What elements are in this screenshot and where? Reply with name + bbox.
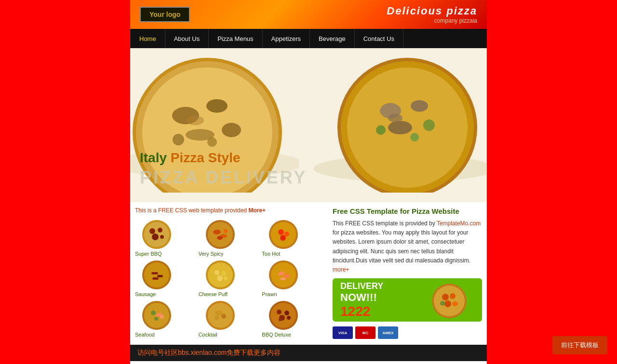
hero-pizza-right xyxy=(304,48,487,195)
svg-point-9 xyxy=(207,137,217,147)
svg-point-25 xyxy=(158,228,162,233)
svg-point-40 xyxy=(144,262,169,287)
pizza-item-cheese-puff[interactable]: Cheese Puff xyxy=(199,259,260,297)
more-link[interactable]: More+ xyxy=(248,207,266,214)
download-button[interactable]: 前往下载模板 xyxy=(552,336,607,354)
pizza-thumb-seafood xyxy=(135,299,178,331)
nav-beverage[interactable]: Beverage xyxy=(310,29,355,48)
nav-appetizers[interactable]: Appetizers xyxy=(263,29,310,48)
svg-point-60 xyxy=(160,315,164,319)
svg-point-10 xyxy=(187,116,204,125)
delivery-line3: 1222 xyxy=(340,304,383,319)
pizza-label-super-bbq: Super BBQ xyxy=(135,251,162,257)
svg-point-17 xyxy=(388,121,412,134)
bottom-text: 访问电号社区bbs.xienlao.com免费下载更多内容 xyxy=(137,349,281,356)
svg-point-45 xyxy=(208,262,233,287)
hero-italy-text: Italy xyxy=(140,150,171,165)
free-text: This is a FREE CSS web template provided… xyxy=(135,207,323,214)
svg-point-69 xyxy=(284,311,289,315)
svg-point-37 xyxy=(284,232,289,236)
svg-rect-43 xyxy=(152,277,159,280)
pizza-label-prawn: Prawn xyxy=(262,291,277,297)
svg-point-32 xyxy=(217,236,223,240)
svg-point-51 xyxy=(271,262,296,287)
svg-point-19 xyxy=(423,119,435,131)
hero-section: Italy Pizza Style PIZZA DELIVERY xyxy=(130,48,487,202)
svg-point-38 xyxy=(280,235,286,241)
svg-point-65 xyxy=(215,315,219,320)
site-title: Delicious pizza xyxy=(387,5,477,17)
svg-point-75 xyxy=(442,294,449,300)
pizza-label-seafood: Seafood xyxy=(135,332,155,338)
bottom-bar: 访问电号社区bbs.xienlao.com免费下载更多内容 xyxy=(130,345,487,361)
pizza-label-sausage: Sausage xyxy=(135,291,156,297)
svg-point-8 xyxy=(173,134,184,145)
section-title: Free CSS Template for Pizza Website xyxy=(333,207,482,215)
svg-point-29 xyxy=(208,222,233,247)
mastercard-icon: MC xyxy=(355,326,376,339)
pizza-thumb-bbq-deluxe xyxy=(262,299,305,331)
pizza-item-very-spicy[interactable]: Very Spicy xyxy=(199,219,260,257)
svg-point-46 xyxy=(215,270,219,275)
hero-delivery-text: PIZZA DELIVERY xyxy=(140,168,307,188)
pizza-item-seafood[interactable]: Seafood xyxy=(135,299,196,338)
svg-point-16 xyxy=(411,100,428,112)
more-link[interactable]: more+ xyxy=(333,266,349,273)
svg-point-35 xyxy=(271,222,296,247)
nav-pizza-menus[interactable]: Pizza Menus xyxy=(209,29,262,48)
svg-point-59 xyxy=(154,317,158,321)
nav-contact[interactable]: Contact Us xyxy=(355,29,403,48)
pizza-item-too-hot[interactable]: Too Hot xyxy=(262,219,323,257)
pizza-item-cocktail[interactable]: Cocktail xyxy=(199,299,260,338)
main-content: This is a FREE CSS web template provided… xyxy=(130,202,487,345)
delivery-banner[interactable]: DELIVERY NOW!!! 1222 xyxy=(333,278,482,322)
svg-point-5 xyxy=(206,99,228,113)
pizza-label-very-spicy: Very Spicy xyxy=(199,251,224,257)
svg-point-64 xyxy=(221,314,226,319)
pizza-label-cheese-puff: Cheese Puff xyxy=(199,291,228,297)
delivery-text: DELIVERY NOW!!! 1222 xyxy=(340,281,383,319)
nav-about[interactable]: About Us xyxy=(165,29,209,48)
svg-point-76 xyxy=(450,293,456,299)
site-subtitle: company pizzaia xyxy=(387,17,477,24)
svg-point-68 xyxy=(277,310,282,314)
svg-point-7 xyxy=(222,123,241,137)
pizza-grid: Super BBQ Very Spicy xyxy=(135,219,323,338)
pizza-item-prawn[interactable]: Prawn xyxy=(262,259,323,297)
svg-point-30 xyxy=(213,230,221,234)
pizza-thumb-super-bbq xyxy=(135,219,178,250)
delivery-line2: NOW!!! xyxy=(340,291,383,304)
pizza-thumb-cheese-puff xyxy=(199,259,242,290)
svg-point-72 xyxy=(279,318,282,321)
svg-point-49 xyxy=(224,276,228,280)
svg-point-63 xyxy=(215,311,223,315)
delivery-line1: DELIVERY xyxy=(340,281,383,291)
svg-point-48 xyxy=(217,275,223,281)
pizza-item-super-bbq[interactable]: Super BBQ xyxy=(135,219,196,257)
logo-box[interactable]: Your logo xyxy=(140,7,190,22)
pizza-thumb-too-hot xyxy=(262,219,305,250)
pizza-thumb-sausage xyxy=(135,259,178,290)
svg-point-79 xyxy=(440,301,445,306)
visa-icon: VISA xyxy=(333,326,353,339)
svg-point-33 xyxy=(224,229,228,233)
template-link[interactable]: TemplateMo.com xyxy=(437,220,481,227)
hero-pizza-style-text: Pizza Style xyxy=(171,150,241,165)
svg-rect-41 xyxy=(151,272,158,274)
section-body: This FREE CSS template is provided by Te… xyxy=(333,219,482,274)
hero-text: Italy Pizza Style PIZZA DELIVERY xyxy=(140,150,307,188)
pizza-thumb-prawn xyxy=(262,259,305,290)
svg-point-71 xyxy=(287,316,291,320)
svg-point-77 xyxy=(444,300,451,307)
pizza-item-sausage[interactable]: Sausage xyxy=(135,259,196,297)
nav-home[interactable]: Home xyxy=(130,29,165,48)
pizza-label-too-hot: Too Hot xyxy=(262,251,280,257)
left-column: This is a FREE CSS web template provided… xyxy=(135,207,323,340)
pizza-item-bbq-deluxe[interactable]: BBQ Deluxe xyxy=(262,299,323,338)
header-title: Delicious pizza company pizzaia xyxy=(387,5,477,24)
svg-point-27 xyxy=(160,235,164,239)
svg-point-21 xyxy=(388,114,402,122)
svg-point-47 xyxy=(221,271,226,276)
svg-point-62 xyxy=(208,303,233,328)
svg-point-18 xyxy=(376,125,386,135)
